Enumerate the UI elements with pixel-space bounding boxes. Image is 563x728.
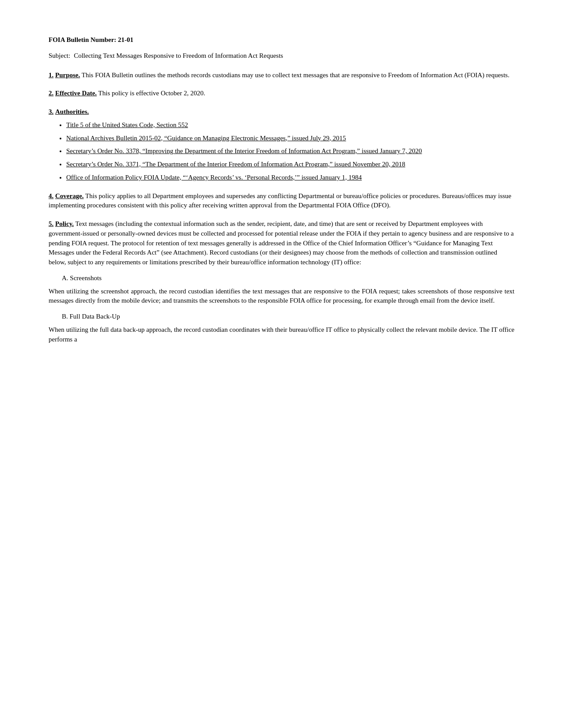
section-authorities: 3. Authorities. Title 5 of the United St…	[49, 107, 514, 183]
authorities-list: Title 5 of the United States Code, Secti…	[66, 120, 514, 183]
section-purpose-heading: 1. Purpose. This FOIA Bulletin outlines …	[49, 71, 514, 80]
section-authorities-heading: 3. Authorities.	[49, 107, 514, 117]
subsection-b-label: B. Full Data Back-Up	[62, 313, 120, 320]
section-purpose-num: 1.	[49, 71, 53, 79]
section-policy-title: Policy.	[55, 220, 74, 227]
section-effective-date-title: Effective Date.	[55, 90, 97, 97]
list-item: National Archives Bulletin 2015-02, “Gui…	[66, 134, 514, 143]
section-coverage-title: Coverage.	[55, 192, 84, 199]
subsection-b-body: When utilizing the full data back-up app…	[49, 325, 514, 345]
section-coverage: 4. Coverage. This policy applies to all …	[49, 191, 514, 211]
section-policy-num: 5.	[49, 220, 53, 227]
list-item: Secretary’s Order No. 3371, “The Departm…	[66, 160, 514, 169]
section-policy-heading: 5. Policy. Text messages (including the …	[49, 219, 514, 267]
section-authorities-num: 3.	[49, 108, 53, 115]
section-effective-date-num: 2.	[49, 90, 53, 97]
section-policy: 5. Policy. Text messages (including the …	[49, 219, 514, 344]
bulletin-number: FOIA Bulletin Number: 21-01	[49, 35, 514, 45]
section-authorities-title: Authorities.	[55, 108, 89, 115]
subject-line: Subject: Collecting Text Messages Respon…	[49, 51, 514, 61]
subsection-a: A. Screenshots	[62, 274, 514, 283]
section-coverage-num: 4.	[49, 192, 53, 199]
subsection-b: B. Full Data Back-Up	[62, 312, 514, 322]
list-item: Title 5 of the United States Code, Secti…	[66, 120, 514, 130]
section-purpose: 1. Purpose. This FOIA Bulletin outlines …	[49, 71, 514, 80]
list-item: Office of Information Policy FOIA Update…	[66, 173, 514, 183]
section-coverage-body: This policy applies to all Department em…	[49, 192, 511, 209]
section-effective-date-heading: 2. Effective Date. This policy is effect…	[49, 89, 514, 98]
section-effective-date: 2. Effective Date. This policy is effect…	[49, 89, 514, 98]
subject-text: Collecting Text Messages Responsive to F…	[74, 51, 283, 61]
section-policy-body: Text messages (including the contextual …	[49, 220, 514, 266]
subsection-a-body: When utilizing the screenshot approach, …	[49, 287, 514, 306]
section-effective-date-body: This policy is effective October 2, 2020…	[98, 90, 205, 97]
subject-label: Subject:	[49, 51, 70, 61]
section-purpose-title: Purpose.	[55, 71, 80, 79]
list-item: Secretary’s Order No. 3378, “Improving t…	[66, 146, 514, 156]
section-purpose-body: This FOIA Bulletin outlines the methods …	[82, 71, 510, 79]
subsection-a-label: A. Screenshots	[62, 274, 102, 281]
section-coverage-heading: 4. Coverage. This policy applies to all …	[49, 191, 514, 211]
